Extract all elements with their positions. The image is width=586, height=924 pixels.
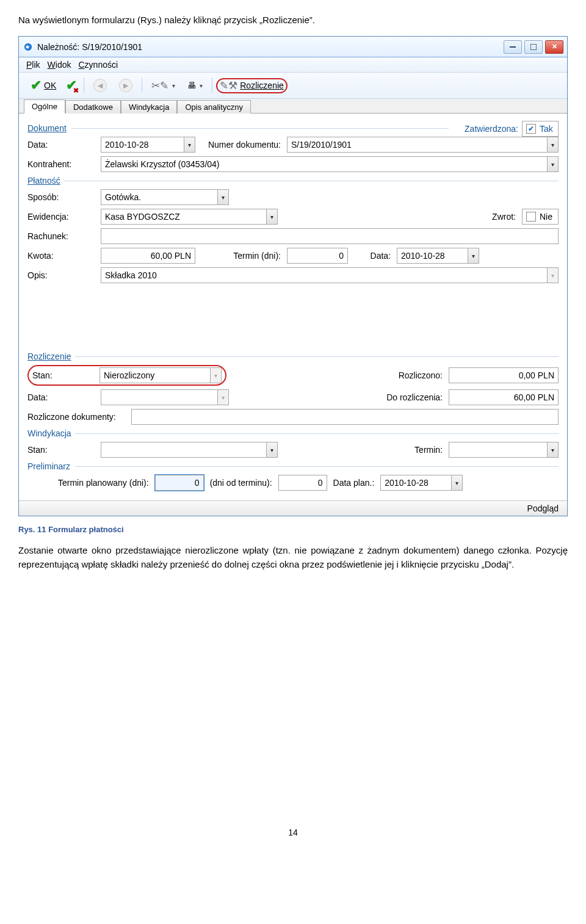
preliminarz-title: Preliminarz <box>27 461 70 471</box>
section-rozliczenie: Rozliczenie <box>27 352 559 361</box>
tools-icon: ✂✎ <box>151 79 168 92</box>
rachunek-label: Rachunek: <box>27 231 95 241</box>
stan-label: Stan: <box>32 370 93 380</box>
stan-field[interactable]: Nierozliczony ▾ <box>99 367 222 383</box>
rozliczono-field[interactable]: 0,00 PLN <box>449 367 559 383</box>
tab-dodatkowe[interactable]: Dodatkowe <box>65 100 121 114</box>
check-icon: ✔ <box>31 78 42 93</box>
rozliczono-label: Rozliczono: <box>399 370 443 380</box>
data-plan-field[interactable]: 2010-10-28 ▾ <box>380 475 463 491</box>
chevron-down-icon: ▾ <box>547 268 558 283</box>
rozliczenie-label: Rozliczenie <box>240 81 284 90</box>
tab-ogolne[interactable]: Ogólne <box>24 99 65 114</box>
zatwierdzona-label: Zatwierdzona: <box>465 124 518 134</box>
chevron-down-icon[interactable]: ▾ <box>266 442 277 457</box>
dni-od-field[interactable]: 0 <box>278 475 327 491</box>
termin-plan-field[interactable]: 0 <box>155 475 204 491</box>
data-label: Data: <box>27 140 95 150</box>
app-window: Należność: S/19/2010/1901 ✕ Plik Widok C… <box>18 36 568 516</box>
chevron-down-icon[interactable]: ▾ <box>468 248 479 263</box>
kwota-label: Kwota: <box>27 251 95 261</box>
settle-icon: ✎⚒ <box>220 79 237 92</box>
chevron-down-icon[interactable]: ▾ <box>451 475 462 490</box>
rdata-field[interactable]: ▾ <box>101 389 229 405</box>
checkbox-icon[interactable]: ✔ <box>526 124 536 134</box>
data-plan-label: Data plan.: <box>333 478 375 488</box>
rozliczenie-button[interactable]: ✎⚒ Rozliczenie <box>216 78 288 93</box>
chevron-down-icon: ▾ <box>210 368 221 383</box>
maximize-button[interactable] <box>524 40 543 54</box>
chevron-down-icon[interactable]: ▾ <box>547 137 558 152</box>
ok-save-button[interactable]: ✔✖ <box>63 75 80 96</box>
zwrot-label: Zwrot: <box>492 212 516 222</box>
check-save-icon: ✔✖ <box>66 78 77 93</box>
svg-rect-1 <box>510 46 516 48</box>
rozldok-field[interactable] <box>131 409 559 425</box>
footer-bar: Podgląd <box>19 500 567 516</box>
data-value: 2010-10-28 <box>105 140 184 150</box>
data-plan-value: 2010-10-28 <box>385 478 451 488</box>
nav-fwd-button[interactable]: ► <box>114 76 138 95</box>
app-icon <box>23 42 34 52</box>
chevron-down-icon[interactable]: ▾ <box>184 137 195 152</box>
tools-button[interactable]: ✂✎▾ <box>146 77 181 95</box>
ewidencja-field[interactable]: Kasa BYDGOSZCZ ▾ <box>101 209 278 225</box>
checkbox-icon[interactable] <box>526 212 536 222</box>
sposob-field[interactable]: Gotówka. ▾ <box>101 189 229 205</box>
chevron-down-icon[interactable]: ▾ <box>547 157 558 171</box>
chevron-down-icon[interactable]: ▾ <box>266 209 277 224</box>
tab-windykacja[interactable]: Windykacja <box>121 100 177 114</box>
zwrot-field[interactable]: Nie <box>522 209 559 225</box>
arrow-right-icon: ► <box>119 79 132 92</box>
zatwierdzona-field[interactable]: ✔ Tak <box>522 121 559 137</box>
dokument-link[interactable]: Dokument <box>27 123 67 133</box>
windykacja-title: Windykacja <box>27 428 71 438</box>
menu-czynnosci[interactable]: Czynności <box>78 60 118 70</box>
tabstrip: Ogólne Dodatkowe Windykacja Opis anality… <box>19 99 567 114</box>
opis-field[interactable]: Składka 2010 ▾ <box>101 267 559 283</box>
window-title: Należność: S/19/2010/1901 <box>37 42 142 52</box>
ok-label: OK <box>44 81 56 90</box>
podglad-link[interactable]: Podgląd <box>527 504 559 513</box>
dorozl-field[interactable]: 60,00 PLN <box>449 389 559 405</box>
intro-paragraph: Na wyświetlonym formularzu (Rys.) należy… <box>18 15 568 25</box>
chevron-down-icon[interactable]: ▾ <box>217 190 228 204</box>
kwota-value: 60,00 PLN <box>151 251 191 261</box>
termin-field[interactable]: 0 <box>287 248 348 264</box>
tab-opis[interactable]: Opis analityczny <box>177 100 251 114</box>
zatwierdzona-value: Tak <box>540 124 553 134</box>
kontrahent-field[interactable]: Żelawski Krzysztof (03453/04) ▾ <box>101 156 559 172</box>
rozliczono-value: 0,00 PLN <box>519 370 554 380</box>
opis-value: Składka 2010 <box>105 270 547 280</box>
data2-field[interactable]: 2010-10-28 ▾ <box>397 248 479 264</box>
termin-value: 0 <box>339 251 344 261</box>
rachunek-field[interactable] <box>101 228 559 244</box>
data-field[interactable]: 2010-10-28 ▾ <box>101 137 195 153</box>
platnosc-link[interactable]: Płatność <box>27 176 60 186</box>
chevron-down-icon[interactable]: ▾ <box>547 442 558 457</box>
termin-plan-value: 0 <box>195 478 200 488</box>
ewidencja-value: Kasa BYDGOSZCZ <box>105 212 266 222</box>
rozliczenie-link[interactable]: Rozliczenie <box>27 352 71 361</box>
numer-field[interactable]: S/19/2010/1901 ▾ <box>287 137 559 153</box>
close-button[interactable]: ✕ <box>545 40 563 54</box>
arrow-left-icon: ◄ <box>93 79 107 92</box>
wtermin-field[interactable]: ▾ <box>449 442 559 458</box>
sposob-label: Sposób: <box>27 192 95 202</box>
section-dokument: Dokument Zatwierdzona: ✔ Tak <box>27 123 559 133</box>
print-button[interactable]: 🖶▾ <box>182 78 208 93</box>
termin-plan-label: Termin planowany (dni): <box>58 478 149 488</box>
menu-plik[interactable]: Plik <box>26 60 40 70</box>
kontrahent-label: Kontrahent: <box>27 159 95 169</box>
minimize-button[interactable] <box>504 40 522 54</box>
rozldok-label: Rozliczone dokumenty: <box>27 412 125 422</box>
dni-od-value: 0 <box>318 478 323 488</box>
menu-widok[interactable]: Widok <box>48 60 71 70</box>
kwota-field[interactable]: 60,00 PLN <box>101 248 195 264</box>
rdata-label: Data: <box>27 392 95 402</box>
nav-back-button[interactable]: ◄ <box>88 76 112 95</box>
ok-button[interactable]: ✔ OK <box>25 75 62 96</box>
wstan-field[interactable]: ▾ <box>101 442 278 458</box>
wtermin-label: Termin: <box>414 445 443 455</box>
chevron-down-icon: ▾ <box>217 390 228 405</box>
